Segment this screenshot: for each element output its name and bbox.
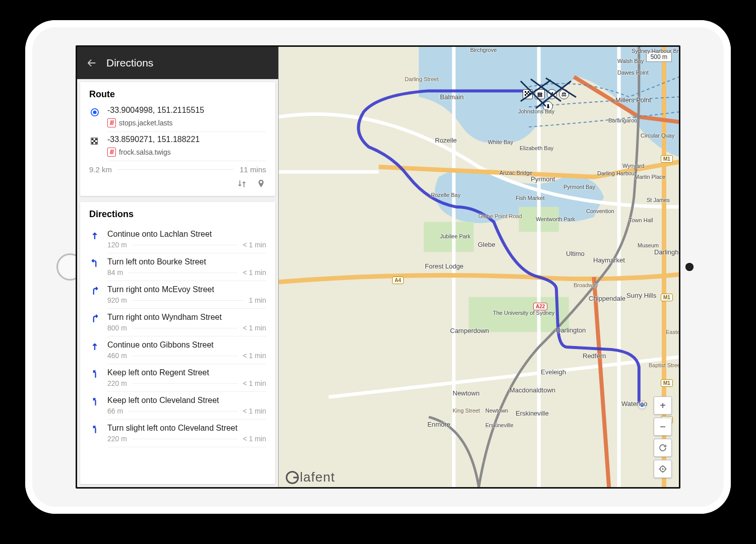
direction-steps-list: Continue onto Lachlan Street120 m< 1 min…: [89, 226, 266, 447]
map-scale: 500 m: [646, 52, 672, 62]
direction-distance: 220 m: [107, 435, 127, 443]
direction-step[interactable]: Turn right onto Wyndham Street800 m< 1 m…: [89, 309, 266, 336]
route-distance: 9.2 km: [89, 165, 112, 174]
direction-time: < 1 min: [243, 352, 266, 360]
direction-distance: 920 m: [107, 296, 127, 304]
direction-distance: 84 m: [107, 268, 123, 277]
direction-instruction: Turn right onto Wyndham Street: [107, 313, 266, 322]
pin-icon: [256, 179, 266, 189]
back-arrow-icon: [86, 57, 97, 69]
svg-rect-5: [92, 142, 94, 144]
svg-rect-3: [95, 139, 97, 141]
direction-arrow-icon: [89, 424, 100, 447]
direction-step[interactable]: Continue onto Gibbons Street460 m< 1 min: [89, 336, 266, 364]
direction-arrow-icon: [89, 313, 100, 336]
sidebar-header: Directions: [77, 47, 278, 79]
direction-instruction: Continue onto Gibbons Street: [107, 341, 266, 350]
direction-step[interactable]: Turn slight left onto Cleveland Street22…: [89, 420, 266, 447]
direction-step[interactable]: Keep left onto Regent Street220 m< 1 min: [89, 364, 266, 392]
directions-sidebar: Directions Route -33.9004998, 151.211551…: [77, 47, 279, 487]
locate-icon: [658, 464, 667, 473]
svg-point-1: [93, 110, 96, 114]
direction-arrow-icon: [89, 230, 100, 253]
direction-time: < 1 min: [243, 324, 266, 332]
route-duration: 11 mins: [239, 165, 266, 174]
map-brand: lafent: [286, 469, 335, 485]
direction-arrow-icon: [89, 285, 100, 309]
direction-time: < 1 min: [243, 268, 266, 277]
direction-instruction: Keep left onto Regent Street: [107, 368, 266, 377]
tablet-frame: Directions Route -33.9004998, 151.211551…: [25, 20, 731, 514]
locate-me-button[interactable]: [654, 460, 672, 478]
origin-icon: [89, 106, 100, 132]
direction-instruction: Turn slight left onto Cleveland Street: [107, 424, 266, 433]
svg-rect-2: [92, 139, 94, 141]
direction-step[interactable]: Keep left onto Cleveland Street66 m< 1 m…: [89, 392, 266, 420]
destination-icon: [89, 135, 100, 161]
direction-arrow-icon: [89, 368, 100, 392]
add-waypoint-button[interactable]: [256, 179, 266, 191]
brand-logo-icon: [286, 471, 299, 484]
origin-w3w: /// stops.jacket.lasts: [107, 118, 173, 127]
svg-rect-4: [93, 140, 95, 142]
destination-crosshatch: [516, 76, 581, 111]
direction-distance: 460 m: [107, 352, 127, 360]
directions-section-title: Directions: [89, 209, 266, 220]
route-summary: 9.2 km 11 mins: [89, 165, 266, 174]
direction-time: < 1 min: [243, 241, 266, 249]
svg-rect-11: [469, 297, 569, 332]
direction-distance: 120 m: [107, 241, 127, 249]
map-controls: + −: [654, 396, 672, 478]
direction-arrow-icon: [89, 396, 100, 420]
route-section-title: Route: [89, 89, 266, 100]
route-card: Route -33.9004998, 151.2115515 /// stops…: [80, 82, 275, 196]
direction-instruction: Turn right onto McEvoy Street: [107, 285, 266, 294]
refresh-icon: [658, 443, 667, 452]
w3w-badge-icon: ///: [107, 148, 116, 157]
origin-coords: -33.9004998, 151.2115515: [107, 106, 266, 115]
destination-w3w: /// frock.salsa.twigs: [107, 148, 171, 157]
svg-rect-9: [424, 222, 474, 252]
direction-time: < 1 min: [243, 407, 266, 415]
direction-distance: 800 m: [107, 324, 127, 332]
direction-instruction: Turn left onto Bourke Street: [107, 257, 266, 266]
swap-route-button[interactable]: [237, 179, 247, 191]
svg-line-22: [536, 81, 571, 108]
swap-icon: [237, 179, 247, 189]
direction-step[interactable]: Turn right onto McEvoy Street920 m1 min: [89, 281, 266, 309]
direction-instruction: Continue onto Lachlan Street: [107, 230, 266, 239]
destination-coords: -33.8590271, 151.188221: [107, 135, 266, 144]
svg-rect-6: [95, 142, 97, 144]
reset-bearing-button[interactable]: [654, 439, 672, 457]
zoom-in-button[interactable]: +: [654, 396, 672, 415]
direction-arrow-icon: [89, 341, 100, 364]
route-start-marker[interactable]: [639, 401, 646, 409]
direction-time: < 1 min: [243, 379, 266, 387]
direction-distance: 220 m: [107, 379, 127, 387]
direction-time: 1 min: [249, 296, 266, 304]
directions-card: Directions Continue onto Lachlan Street1…: [80, 202, 275, 484]
front-camera: [685, 263, 694, 271]
direction-arrow-icon: [89, 257, 100, 281]
route-origin[interactable]: -33.9004998, 151.2115515 /// stops.jacke…: [89, 106, 266, 132]
direction-step[interactable]: Turn left onto Bourke Street84 m< 1 min: [89, 253, 266, 281]
direction-instruction: Keep left onto Cleveland Street: [107, 396, 266, 405]
route-destination[interactable]: -33.8590271, 151.188221 /// frock.salsa.…: [89, 135, 266, 161]
map-canvas: [279, 47, 679, 487]
app-screen: Directions Route -33.9004998, 151.211551…: [76, 45, 680, 489]
direction-time: < 1 min: [243, 435, 266, 443]
direction-distance: 66 m: [107, 407, 123, 415]
page-title: Directions: [106, 57, 153, 69]
zoom-out-button[interactable]: −: [654, 418, 672, 436]
svg-point-24: [662, 468, 664, 470]
route-actions: [89, 179, 266, 191]
direction-step[interactable]: Continue onto Lachlan Street120 m< 1 min: [89, 226, 266, 253]
w3w-badge-icon: ///: [107, 118, 116, 127]
back-button[interactable]: [86, 57, 97, 69]
map-view[interactable]: 500 m ▤ 4 ⚖ ⬇ Ba: [279, 47, 679, 487]
